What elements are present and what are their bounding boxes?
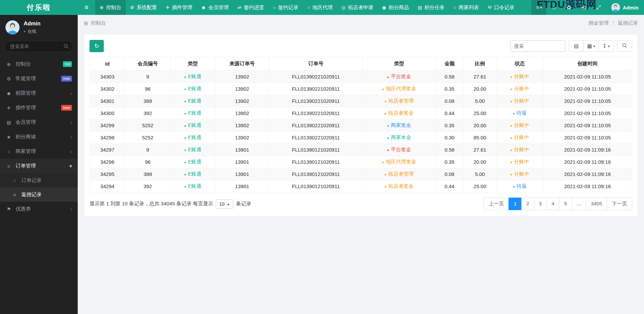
cell-bonus-type: ●地区代理奖金 [363, 83, 436, 95]
cell-bonus-type: ●拓店者奖金 [363, 107, 436, 119]
fullscreen-button[interactable]: ⤢ [591, 0, 606, 15]
table-row: 3429696●E账通13901FLL01390121020911●地区代理奖金… [90, 156, 632, 168]
topnav-item-4[interactable]: ⇌签约进度 [233, 0, 269, 15]
topnav-item-5[interactable]: ○签约记录 [269, 0, 303, 15]
cell-order-no: FLL01390121020911 [269, 144, 363, 156]
sidebar-toggle-button[interactable]: ≡ [78, 0, 95, 15]
page-item-1[interactable]: 1 [509, 198, 521, 210]
dashboard-icon: ⊕ [6, 62, 12, 67]
page-item-prev[interactable]: 上一页 [484, 198, 509, 210]
topnav-item-10[interactable]: ○商家列表 [449, 0, 483, 15]
page-item-ellipsis[interactable]: ... [572, 198, 586, 210]
sidebar-item-3[interactable]: ✈插件管理new [0, 100, 78, 115]
dot-icon: ● [387, 136, 389, 140]
token-record-icon: Ψ [488, 5, 492, 10]
admin-dropdown[interactable]: Admin [606, 0, 644, 15]
search-icon [622, 43, 627, 49]
coupon-icon: ⚑ [6, 206, 12, 212]
member-manage-icon: ▤ [6, 120, 12, 125]
topnav-item-label: 签约记录 [278, 4, 298, 11]
col-order-no[interactable]: 订单号 [269, 57, 363, 71]
chevron-left-icon: ‹ [70, 206, 72, 212]
topnav-item-2[interactable]: ✈插件管理 [161, 0, 197, 15]
cell-amount: 0.58 [436, 144, 463, 156]
topnav-item-3[interactable]: ☻会员管理 [197, 0, 233, 15]
dot-icon: ● [510, 160, 512, 164]
status-label: ●分账中 [510, 86, 529, 91]
sidebar-item-4[interactable]: ▤会员管理‹ [0, 115, 78, 130]
sidebar-item-8[interactable]: ⚑优惠券‹ [0, 202, 78, 216]
dot-icon: ● [387, 75, 389, 79]
dot-icon: ● [387, 148, 389, 152]
topnav-item-7[interactable]: ◎拓店者申请 [337, 0, 377, 15]
cell-id: 34299 [90, 119, 125, 132]
online-dot-icon: ● [24, 30, 25, 33]
col-created-at[interactable]: 创建时间 [543, 57, 632, 71]
search-button[interactable] [617, 40, 632, 52]
topnav-item-6[interactable]: ○地区代理 [303, 0, 337, 15]
page-item-4[interactable]: 4 [546, 198, 559, 210]
topnav-item-label: 商家列表 [459, 4, 479, 11]
menu-search-input[interactable] [5, 41, 73, 52]
col-wallet-type[interactable]: 类型 [171, 57, 215, 71]
status-label: ●E账通 [184, 183, 201, 189]
menu-search [5, 41, 73, 52]
page-item-2[interactable]: 2 [521, 198, 534, 210]
col-status[interactable]: 状态 [496, 57, 543, 71]
submenu-item-1[interactable]: ○返佣记录 [0, 187, 78, 202]
submenu-item-0[interactable]: ○订单记录 [0, 173, 78, 187]
status-label: ●E账通 [184, 159, 201, 164]
cell-source-order: 13902 [215, 95, 269, 107]
cell-status: ●分账中 [496, 156, 543, 168]
cell-wallet-type: ●E账通 [171, 95, 215, 107]
topnav-item-9[interactable]: ▤积分任务 [413, 0, 449, 15]
menu-dropdown-button[interactable]: ≡▾ [531, 0, 546, 15]
refresh-button[interactable]: ↻ [90, 40, 104, 52]
col-source-order[interactable]: 来源订单号 [215, 57, 269, 71]
cell-ratio: 20.00 [463, 119, 496, 132]
per-page-select[interactable]: 10 ▲ [216, 199, 233, 209]
status-label: ●E账通 [184, 147, 201, 152]
trash-button[interactable]: ♻ [561, 0, 576, 15]
sidebar-item-1[interactable]: ⚙常规管理new [0, 71, 78, 86]
page-item-next[interactable]: 下一页 [607, 198, 632, 210]
columns-button[interactable]: ▦▾ [584, 40, 599, 52]
cell-order-no: FLL01390121020911 [269, 168, 363, 180]
col-bonus-type[interactable]: 类型 [363, 57, 436, 71]
cell-status: ●待返 [496, 107, 543, 119]
sidebar-item-5[interactable]: ★积分商城‹ [0, 130, 78, 144]
home-button[interactable]: ⌂ [546, 0, 561, 15]
table-row: 342985252●E账通13902FLL01390221020911●商家本金… [90, 132, 632, 144]
export-button[interactable]: ↧▾ [598, 40, 614, 52]
brand-logo[interactable]: 付乐啦 [0, 0, 78, 15]
page-item-5[interactable]: 5 [559, 198, 572, 210]
topnav-item-0[interactable]: ⊕控制台 [95, 0, 126, 15]
page-item-3405[interactable]: 3405 [586, 198, 607, 210]
per-page-value: 10 [219, 201, 225, 207]
navbar-icon-buttons: ≡▾⌂♻⟲⤢ [531, 0, 606, 15]
topnav-item-1[interactable]: ⚙系统配置 [126, 0, 162, 15]
topnav-item-11[interactable]: Ψ口令记录 [484, 0, 519, 15]
sidebar-item-6[interactable]: ○商家管理‹ [0, 144, 78, 159]
col-id[interactable]: Id [90, 57, 125, 71]
card-view-button[interactable]: ▤ [569, 40, 584, 52]
sidebar-item-7[interactable]: ○订单管理▾ [0, 159, 78, 173]
breadcrumb-current: 返佣记录 [618, 20, 638, 26]
cell-order-no: FLL01390221020911 [269, 132, 363, 144]
col-amount[interactable]: 金额 [436, 57, 463, 71]
cell-amount: 0.44 [436, 107, 463, 119]
clear-cache-button[interactable]: ⟲ [576, 0, 591, 15]
breadcrumb-trail: 佣金管理 / 返佣记录 [588, 20, 638, 26]
col-ratio[interactable]: 比例 [463, 57, 496, 71]
topnav-item-8[interactable]: ◉积分商品 [378, 0, 413, 15]
cell-member-no: 96 [125, 83, 171, 95]
sidebar-item-0[interactable]: ⊕控制台hot [0, 57, 78, 71]
page-item-3[interactable]: 3 [534, 198, 547, 210]
topnav-item-label: 积分商品 [389, 4, 409, 11]
dashboard-icon: ⊕ [100, 5, 104, 10]
table-search-input[interactable] [511, 40, 565, 52]
top-navbar: 付乐啦 ≡ ⊕控制台⚙系统配置✈插件管理☻会员管理⇌签约进度○签约记录○地区代理… [0, 0, 644, 15]
sidebar-item-2[interactable]: ☻权限管理‹ [0, 86, 78, 100]
user-name: Admin [24, 21, 41, 27]
col-member-no[interactable]: 会员编号 [125, 57, 171, 71]
